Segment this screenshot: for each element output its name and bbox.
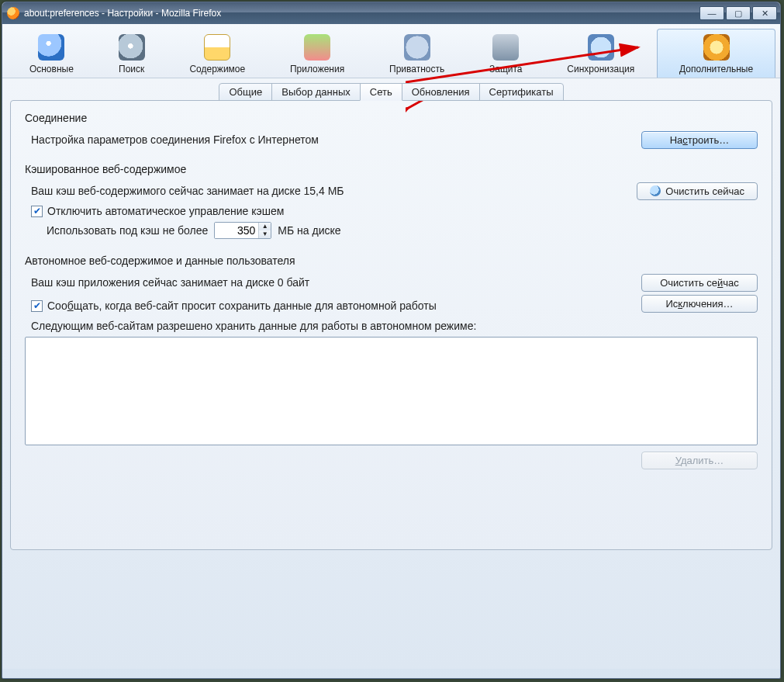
delete-button: Удалить… [641, 452, 758, 469]
offline-list-label: Следующим веб-сайтам разрешено хранить д… [31, 320, 758, 332]
exceptions-button[interactable]: Исключения… [641, 295, 758, 313]
override-cache-label: Отключить автоматическое управление кэше… [47, 205, 284, 217]
override-cache-checkbox[interactable] [31, 206, 43, 217]
notify-offline-checkbox[interactable] [31, 300, 43, 312]
titlebar: about:preferences - Настройки - Mozilla … [2, 2, 780, 24]
toolbar-label: Дополнительные [661, 64, 772, 74]
toolbar-label: Содержимое [171, 64, 264, 74]
window-title: about:preferences - Настройки - Mozilla … [24, 8, 221, 19]
toolbar-advanced[interactable]: Дополнительные [657, 29, 775, 78]
cache-limit-suffix: МБ на диске [278, 224, 340, 237]
toolbar-applications[interactable]: Приложения [268, 29, 367, 78]
main-toolbar: Основные Поиск Содержимое Приложения При… [2, 24, 780, 78]
toolbar-label: Защита [471, 64, 541, 74]
maximize-button[interactable]: ▢ [726, 6, 751, 20]
connection-settings-button[interactable]: Настроить… [641, 131, 758, 149]
subtab-datachoices[interactable]: Выбор данных [271, 83, 361, 101]
toolbar-label: Приложения [271, 64, 363, 74]
clear-cache-button[interactable]: Очистить сейчас [637, 182, 758, 200]
cache-limit-input[interactable] [215, 223, 258, 238]
toolbar-privacy[interactable]: Приватность [367, 29, 467, 78]
cache-status: Ваш кэш веб-содержимого сейчас занимает … [31, 185, 344, 197]
notify-offline-label: Сообщать, когда веб-сайт просит сохранит… [47, 299, 437, 312]
toolbar-search[interactable]: Поиск [96, 29, 168, 78]
close-button[interactable]: ✕ [752, 6, 777, 20]
cache-limit-prefix: Использовать под кэш не более [47, 224, 208, 237]
toolbar-general[interactable]: Основные [7, 29, 96, 78]
toolbar-label: Поиск [100, 64, 164, 74]
offline-sites-list[interactable] [25, 337, 758, 445]
applications-icon [304, 34, 330, 61]
clear-icon [650, 185, 661, 196]
toolbar-label: Основные [11, 64, 92, 74]
gear-icon [703, 34, 730, 61]
spin-down[interactable]: ▼ [259, 230, 271, 238]
section-cache-title: Кэшированное веб-содержимое [25, 163, 758, 175]
security-icon [492, 34, 519, 61]
advanced-subtabs: Общие Выбор данных Сеть Обновления Серти… [10, 83, 772, 101]
subtab-certificates[interactable]: Сертификаты [479, 83, 564, 101]
subtab-updates[interactable]: Обновления [402, 83, 480, 101]
clear-offline-button[interactable]: Очистить сейчас [641, 274, 758, 292]
section-offline-title: Автономное веб-содержимое и данные польз… [25, 254, 758, 267]
search-icon [119, 34, 145, 61]
firefox-icon [7, 7, 19, 19]
content-area: Общие Выбор данных Сеть Обновления Серти… [2, 78, 780, 669]
general-icon [38, 34, 64, 61]
toolbar-label: Синхронизация [548, 64, 653, 74]
privacy-icon [404, 34, 430, 61]
minimize-button[interactable]: — [699, 6, 724, 20]
firefox-preferences-window: about:preferences - Настройки - Mozilla … [2, 2, 781, 679]
toolbar-security[interactable]: Защита [467, 29, 544, 78]
toolbar-sync[interactable]: Синхронизация [544, 29, 657, 78]
network-panel: Соединение Настройка параметров соединен… [10, 100, 772, 550]
offline-status: Ваш кэш приложения сейчас занимает на ди… [31, 276, 309, 289]
subtab-network[interactable]: Сеть [360, 83, 402, 101]
toolbar-label: Приватность [371, 64, 463, 74]
content-icon [204, 34, 230, 61]
cache-limit-spinner[interactable]: ▲ ▼ [214, 222, 271, 239]
sync-icon [588, 34, 614, 61]
spin-up[interactable]: ▲ [259, 223, 271, 230]
subtab-general[interactable]: Общие [219, 83, 272, 101]
connection-desc: Настройка параметров соединения Firefox … [31, 133, 319, 146]
section-connection-title: Соединение [25, 112, 758, 124]
toolbar-content[interactable]: Содержимое [168, 29, 268, 78]
